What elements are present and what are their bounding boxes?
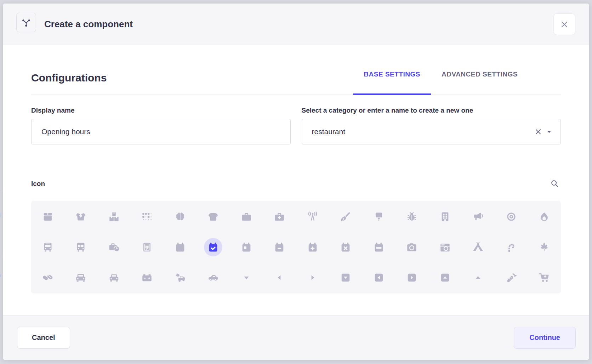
icon-option-camera[interactable] — [403, 238, 421, 256]
icon-option-briefcase-medical[interactable] — [270, 207, 289, 226]
caret-down-icon — [546, 128, 553, 135]
icon-label-row: Icon — [31, 178, 561, 190]
icon-option-calculator[interactable] — [138, 238, 156, 256]
continue-button[interactable]: Continue — [514, 327, 576, 349]
close-button[interactable] — [553, 13, 575, 35]
icon-option-burn[interactable] — [535, 207, 553, 226]
create-component-modal: Create a component Configurations BASE S… — [3, 4, 589, 360]
icon-option-car-battery[interactable] — [138, 268, 156, 287]
icon-option-building[interactable] — [436, 207, 454, 226]
configurations-header-row: Configurations BASE SETTINGS ADVANCED SE… — [31, 70, 561, 95]
icon-option-calendar-week[interactable] — [370, 238, 388, 256]
icon-option-calendar[interactable] — [171, 238, 189, 256]
backdrop-fragment: ≡ — [0, 250, 0, 261]
icon-option-calendar-check[interactable] — [204, 238, 222, 256]
backdrop-text-fragments: ertiertynt≡bt — [0, 0, 3, 364]
icon-option-car[interactable] — [72, 268, 90, 287]
icon-option-bug[interactable] — [403, 207, 421, 226]
icon-option-caret-left[interactable] — [270, 268, 289, 287]
tab-base-settings[interactable]: BASE SETTINGS — [353, 70, 431, 95]
icon-picker-section: Icon — [31, 178, 561, 294]
icon-option-capsules[interactable] — [39, 268, 57, 287]
modal-title: Create a component — [44, 4, 133, 45]
icon-option-bullhorn[interactable] — [469, 207, 487, 226]
icon-option-broom[interactable] — [336, 207, 355, 226]
icon-option-box-open[interactable] — [72, 207, 90, 226]
icon-option-car-alt[interactable] — [105, 268, 123, 287]
icon-option-bread-slice[interactable] — [204, 207, 222, 226]
icon-option-campground[interactable] — [469, 238, 487, 256]
icon-option-bus[interactable] — [39, 238, 57, 256]
icon-option-bus-alt[interactable] — [72, 238, 90, 256]
fields-row: Display name Select a category or enter … — [31, 107, 561, 144]
icon-option-calendar-minus[interactable] — [270, 238, 289, 256]
component-icon — [21, 17, 32, 28]
display-name-field: Display name — [31, 107, 291, 144]
icon-picker-label: Icon — [31, 180, 45, 188]
icon-option-caret-square-right[interactable] — [403, 268, 421, 287]
category-combobox[interactable]: restaurant — [302, 119, 561, 144]
component-icon-box — [16, 13, 36, 32]
icon-option-brain[interactable] — [171, 207, 189, 226]
icon-option-calendar-day[interactable] — [237, 238, 256, 256]
icon-option-cannabis[interactable] — [535, 238, 553, 256]
icon-option-calendar-times[interactable] — [336, 238, 355, 256]
icon-option-calendar-plus[interactable] — [303, 238, 322, 256]
close-icon — [559, 19, 570, 30]
icon-option-car-crash[interactable] — [171, 268, 189, 287]
icon-option-bullseye[interactable] — [502, 207, 520, 226]
icon-option-braille[interactable] — [138, 207, 156, 226]
icon-option-caret-square-down[interactable] — [336, 268, 355, 287]
icon-option-business-time[interactable] — [105, 238, 123, 256]
icon-option-caret-square-left[interactable] — [370, 268, 388, 287]
modal-header: Create a component — [3, 4, 589, 45]
icon-option-caret-down[interactable] — [237, 268, 256, 287]
backdrop-fragment: n — [0, 208, 1, 219]
cancel-button[interactable]: Cancel — [17, 327, 70, 349]
category-field: Select a category or enter a name to cre… — [302, 107, 561, 144]
icon-option-box[interactable] — [39, 207, 57, 226]
clear-x-icon — [534, 127, 543, 136]
page-title: Configurations — [31, 72, 107, 95]
icon-option-caret-right[interactable] — [303, 268, 322, 287]
icon-option-cart-arrow-down[interactable] — [535, 268, 553, 287]
icon-search-button[interactable] — [549, 178, 561, 190]
search-icon — [550, 179, 559, 188]
category-label: Select a category or enter a name to cre… — [302, 107, 561, 114]
settings-tabs: BASE SETTINGS ADVANCED SETTINGS — [353, 70, 528, 95]
icon-option-brush[interactable] — [370, 207, 388, 226]
category-clear-button[interactable] — [532, 126, 544, 138]
icon-option-boxes[interactable] — [105, 207, 123, 226]
icon-option-caret-square-up[interactable] — [436, 268, 454, 287]
category-value: restaurant — [312, 127, 533, 136]
icon-grid — [31, 201, 561, 294]
icon-option-broadcast-tower[interactable] — [303, 207, 322, 226]
icon-option-briefcase[interactable] — [237, 207, 256, 226]
icon-option-candy-cane[interactable] — [502, 238, 520, 256]
category-dropdown-toggle[interactable] — [544, 127, 554, 137]
icon-option-camera-retro[interactable] — [436, 238, 454, 256]
display-name-input[interactable] — [31, 119, 291, 144]
backdrop-fragment: b — [0, 270, 1, 281]
icon-option-caret-up[interactable] — [469, 268, 487, 287]
display-name-label: Display name — [31, 107, 291, 114]
modal-body: Configurations BASE SETTINGS ADVANCED SE… — [3, 70, 589, 294]
modal-footer: Cancel Continue — [3, 315, 589, 360]
icon-option-carrot[interactable] — [502, 268, 520, 287]
tab-advanced-settings[interactable]: ADVANCED SETTINGS — [431, 70, 528, 95]
icon-option-car-side[interactable] — [204, 268, 222, 287]
